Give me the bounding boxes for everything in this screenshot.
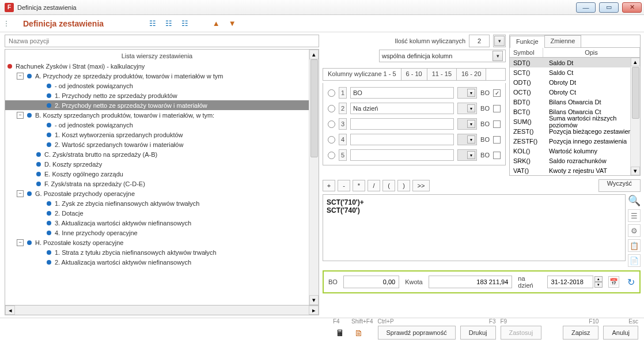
tree-hscrollbar[interactable]: ◂ ▸ [5,306,319,315]
date-spin-up[interactable]: ▴ [594,276,603,282]
move-down-icon[interactable]: ▼ [227,18,237,29]
tool-hierarchy-2-icon[interactable]: ☷ [164,18,174,29]
chevron-down-icon[interactable]: ▾ [467,120,475,128]
maximize-button[interactable]: ▭ [599,2,619,13]
row-type-select[interactable]: ▾ [457,149,477,161]
search-icon[interactable]: 🔍 [628,194,641,207]
tree-leaf[interactable]: 2. Aktualizacja wartości aktywów niefina… [5,257,309,267]
coltab-6-10[interactable]: 6 - 10 [401,69,427,80]
date-spin-down[interactable]: ▾ [594,282,603,288]
tree-leaf[interactable]: 2. Wartość sprzedanych towarów i materia… [5,140,309,149]
function-row[interactable]: SDT()Saldo Dt [510,58,640,67]
row-type-select[interactable]: ▾ [457,134,477,145]
function-row[interactable]: BDT()Bilans Otwarcia Dt [510,97,640,107]
op-div-button[interactable]: / [368,180,380,191]
function-row[interactable]: VAT()Kwoty z rejestru VAT [510,165,640,175]
tree-node[interactable]: −A. Przychody ze sprzedaży produktów, to… [5,71,309,81]
collapse-icon[interactable]: − [17,73,24,80]
common-def-dropdown[interactable]: wspólna definicja kolumn ▾ [379,50,506,62]
tree-leaf[interactable]: - od jednostek powiązanych [5,81,309,91]
note-icon[interactable]: 🗎 [351,326,365,340]
position-name-input[interactable] [5,35,319,47]
row-label-input[interactable] [350,149,454,161]
row-label-input[interactable]: Na dzień [350,103,454,114]
document-icon[interactable]: 📄 [628,254,641,267]
tree-leaf[interactable]: 1. Przychody netto ze sprzedaży produktó… [5,91,309,100]
tree-leaf[interactable]: 1. Koszt wytworzenia sprzedanych produkt… [5,130,309,140]
function-row[interactable]: OCT()Obroty Ct [510,87,640,97]
tree-leaf[interactable]: 3. Aktualizacja wartości aktywów niefina… [5,218,309,228]
row-checkbox[interactable] [493,152,501,159]
chevron-down-icon[interactable]: ▾ [467,89,475,97]
row-label-input[interactable] [350,118,454,130]
row-checkbox[interactable]: ✓ [493,89,501,97]
function-row[interactable]: KOL()Wartość kolumny [510,146,640,156]
close-button[interactable]: ✕ [622,2,642,13]
op-lparen-button[interactable]: ( [382,180,395,191]
tree-node[interactable]: −B. Koszty sprzedanych produktów, towaró… [5,110,309,120]
op-minus-button[interactable]: - [338,180,350,191]
chevron-down-icon[interactable]: ▾ [493,51,503,61]
tree-root[interactable]: Rachunek Zysków i Strat (maxi) - kalkula… [5,61,309,71]
tree-node[interactable]: F. Zysk/strata na sprzedaży (C-D-E) [5,179,309,189]
op-mul-button[interactable]: * [353,180,365,191]
scroll-right-icon[interactable]: ▸ [309,306,319,315]
collapse-icon[interactable]: − [17,112,24,119]
tree-leaf[interactable]: 1. Zysk ze zbycia niefinansowych aktywów… [5,198,309,208]
save-button[interactable]: Zapisz [563,326,598,340]
scroll-up-icon[interactable]: ▴ [309,50,319,59]
count-dropdown[interactable]: ▾ [493,35,506,47]
function-list[interactable]: SDT()Saldo DtSCT()Saldo CtODT()Obroty Dt… [510,58,640,175]
row-type-select[interactable]: ▾ [457,118,477,130]
refresh-icon[interactable]: ↻ [627,277,635,288]
chevron-down-icon[interactable]: ▾ [467,151,475,159]
tree-leaf[interactable]: 4. Inne przychody operacyjne [5,228,309,238]
function-row[interactable]: SCT()Saldo Ct [510,67,640,77]
coltab-11-15[interactable]: 11 - 15 [427,69,457,80]
kwota-value[interactable]: 183 211,94 [429,276,513,288]
func-vscrollbar[interactable]: ▴ ▾ [630,58,640,175]
move-up-icon[interactable]: ▲ [211,18,221,29]
coltab-16-20[interactable]: 16 - 20 [457,69,486,80]
calculator-icon[interactable]: 🖩 [333,326,347,340]
tab-variables[interactable]: Zmienne [544,35,582,47]
clear-button[interactable]: Wyczyść [598,179,641,192]
minimize-button[interactable]: — [576,2,596,13]
chevron-down-icon[interactable]: ▾ [467,135,475,144]
row-type-select[interactable]: ▾ [457,103,477,114]
tree-node[interactable]: −H. Pozostałe koszty operacyjne [5,238,309,247]
op-rparen-button[interactable]: ) [397,180,410,191]
check-button[interactable]: Sprawdź poprawność [378,326,456,340]
scroll-up-icon[interactable]: ▴ [631,58,640,66]
scroll-left-icon[interactable]: ◂ [5,306,15,315]
row-radio[interactable] [328,136,335,144]
function-row[interactable]: ZEST()Pozycja bieżącego zestawienia [510,126,640,136]
row-radio[interactable] [328,89,335,97]
row-radio[interactable] [328,105,335,112]
column-count-input[interactable]: 2 [469,35,490,47]
tool-hierarchy-1-icon[interactable]: ☷ [147,18,158,29]
scroll-down-icon[interactable]: ▾ [309,295,319,305]
tree-node[interactable]: D. Koszty sprzedaży [5,159,309,169]
scroll-thumb[interactable] [310,59,318,157]
collapse-icon[interactable]: − [17,190,24,197]
scroll-down-icon[interactable]: ▾ [631,167,640,175]
tree-leaf[interactable]: 1. Strata z tytułu zbycia niefinansowych… [5,247,309,257]
calendar-icon[interactable]: 📅 [608,276,619,288]
chevron-down-icon[interactable]: ▾ [467,104,475,112]
row-radio[interactable] [328,120,335,128]
cancel-button[interactable]: Anuluj [603,326,638,340]
tree-leaf[interactable]: 2. Dotacje [5,208,309,218]
print-button[interactable]: Drukuj [460,326,496,340]
bo-value[interactable]: 0,00 [343,276,399,288]
row-radio[interactable] [328,152,335,159]
function-row[interactable]: SUM()Suma wartości niższych poziomów [510,116,640,126]
function-row[interactable]: ZESTF()Pozycja innego zestawienia [510,136,640,146]
scroll-thumb[interactable] [632,67,639,119]
tree-node[interactable]: −G. Pozostałe przychody operacyjne [5,189,309,198]
row-type-select[interactable]: ▾ [457,87,477,99]
formula-editor[interactable]: SCT('710')+ SCT('740') [323,194,626,261]
row-checkbox[interactable] [493,105,501,112]
function-row[interactable]: SRK()Saldo rozrachunków [510,156,640,165]
tab-functions[interactable]: Funkcje [510,36,545,48]
